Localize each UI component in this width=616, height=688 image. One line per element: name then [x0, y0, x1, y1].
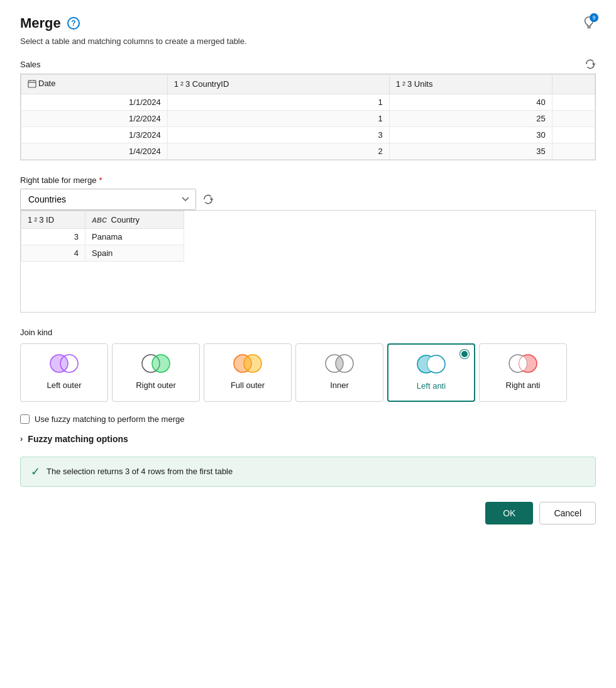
bulb-icon[interactable]: 9 — [582, 16, 596, 31]
title-left: Merge ? — [20, 15, 80, 31]
join-card-right-outer[interactable]: Right outer — [112, 343, 200, 402]
fuzzy-checkbox-label[interactable]: Use fuzzy matching to perform the merge — [35, 414, 184, 424]
sales-label: Sales — [20, 60, 41, 69]
sales-col-countryid: 123 CountryID — [167, 75, 389, 94]
join-card-full-outer-label: Full outer — [231, 380, 265, 391]
table-row: 1/1/2024140 — [21, 94, 595, 110]
ok-button[interactable]: OK — [485, 502, 533, 524]
right-table-refresh-icon[interactable] — [202, 194, 214, 205]
countries-table: 123 ID ABC Country 3Panama 4Spain — [20, 210, 596, 313]
right-table-field-label: Right table for merge * — [20, 175, 596, 185]
sales-table: Date 123 CountryID 123 Units 1/1/2024140… — [20, 74, 596, 160]
page-subtitle: Select a table and matching columns to c… — [20, 36, 596, 46]
svg-point-7 — [152, 355, 170, 372]
check-circle-icon: ✓ — [31, 465, 40, 479]
sales-col-empty — [552, 75, 595, 94]
help-icon[interactable]: ? — [67, 17, 80, 30]
table-row: 1/4/2024235 — [21, 143, 595, 159]
sales-refresh-icon[interactable] — [585, 58, 596, 70]
table-row: 1/3/2024330 — [21, 126, 595, 143]
countries-col-id: 123 ID — [21, 211, 85, 229]
info-bar-message: The selection returns 3 of 4 rows from t… — [47, 467, 233, 476]
page-title: Merge — [20, 15, 61, 31]
join-card-left-outer-label: Left outer — [47, 380, 82, 391]
svg-point-9 — [244, 355, 261, 372]
svg-rect-0 — [28, 80, 36, 87]
join-card-left-anti[interactable]: Left anti — [387, 343, 475, 402]
fuzzy-checkbox-row: Use fuzzy matching to perform the merge — [20, 414, 596, 424]
join-card-full-outer[interactable]: Full outer — [204, 343, 292, 402]
join-kind-label: Join kind — [20, 328, 596, 337]
join-card-right-outer-label: Right outer — [136, 380, 176, 391]
join-options: Left outer Right outer Full outer Inner — [20, 343, 596, 402]
button-row: OK Cancel — [20, 502, 596, 524]
table-row: 4Spain — [21, 245, 184, 262]
table-row: 3Panama — [21, 229, 184, 245]
required-star: * — [99, 175, 102, 185]
selected-dot — [460, 350, 469, 358]
cancel-button[interactable]: Cancel — [539, 502, 596, 524]
join-card-left-anti-label: Left anti — [417, 381, 446, 392]
join-card-right-anti-label: Right anti — [506, 380, 541, 391]
countries-col-country: ABC Country — [85, 211, 184, 229]
fuzzy-checkbox[interactable] — [20, 414, 30, 424]
bulb-badge: 9 — [590, 13, 598, 22]
sales-col-units: 123 Units — [389, 75, 552, 94]
sales-col-date: Date — [21, 75, 168, 94]
join-card-inner[interactable]: Inner — [295, 343, 383, 402]
fuzzy-options-label: Fuzzy matching options — [28, 434, 128, 444]
fuzzy-options-toggle[interactable]: › Fuzzy matching options — [20, 434, 596, 444]
join-card-inner-label: Inner — [330, 380, 349, 391]
info-bar: ✓ The selection returns 3 of 4 rows from… — [20, 457, 596, 487]
chevron-right-icon: › — [20, 434, 23, 443]
title-row: Merge ? 9 — [20, 15, 596, 31]
join-card-left-outer[interactable]: Left outer — [20, 343, 108, 402]
right-table-select[interactable]: Countries — [20, 189, 196, 210]
sales-section-header: Sales — [20, 58, 596, 70]
table-row: 1/2/2024125 — [21, 110, 595, 126]
dropdown-row: Countries — [20, 189, 596, 210]
join-card-right-anti[interactable]: Right anti — [479, 343, 567, 402]
svg-point-4 — [50, 355, 68, 372]
